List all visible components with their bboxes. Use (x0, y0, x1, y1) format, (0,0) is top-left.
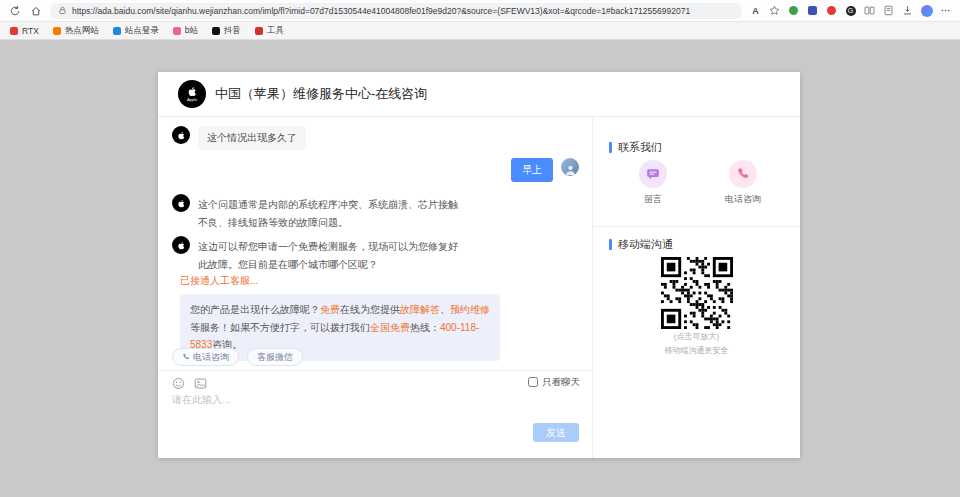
extension-icon-red[interactable] (825, 4, 838, 17)
collections-icon[interactable] (882, 4, 895, 17)
chat-widget-card: Apple 中国（苹果）维修服务中心-在线咨询 这个情况出现多久了 早上 (158, 72, 800, 458)
input-toolbar: 只看聊天 (172, 375, 580, 389)
user-message-bubble: 早上 (511, 158, 553, 182)
refresh-icon[interactable] (8, 4, 22, 18)
bookmark-hot-sites[interactable]: 热点网站 (53, 25, 99, 37)
only-chat-checkbox-input[interactable] (528, 377, 538, 387)
chat-header: Apple 中国（苹果）维修服务中心-在线咨询 (158, 72, 800, 117)
qr-code[interactable] (661, 257, 733, 329)
panel-divider (593, 226, 800, 227)
bookmark-site-login[interactable]: 站点登录 (113, 25, 159, 37)
message-bubble-icon (639, 160, 667, 188)
bookmark-tools[interactable]: 工具 (255, 25, 284, 37)
home-icon[interactable] (29, 4, 43, 18)
apple-logo-avatar: Apple (178, 80, 206, 108)
quick-reply-chips: 电话咨询 客服微信 (172, 348, 303, 366)
url-input[interactable] (72, 6, 734, 16)
bot-message: 这边可以帮您申请一个免费检测服务，现场可以为您修复好此故障。您目前是在哪个城市哪… (172, 236, 460, 273)
title-accent-bar (609, 239, 612, 250)
address-bar[interactable] (50, 3, 742, 19)
bookmark-douyin[interactable]: 抖音 (212, 25, 241, 37)
extension-icon-green[interactable] (787, 4, 800, 17)
qr-caption: (点击可放大) (674, 331, 719, 343)
more-menu-icon[interactable] (939, 4, 952, 17)
mobile-section-title: 移动端沟通 (609, 237, 673, 252)
page-title: 中国（苹果）维修服务中心-在线咨询 (215, 85, 427, 103)
chat-input[interactable] (172, 393, 562, 427)
bot-message-text: 这个问题通常是内部的系统程序冲突、系统崩溃、芯片接触不良、排线短路等致的故障问题… (198, 194, 460, 231)
bot-message-bubble: 这个情况出现多久了 (198, 126, 306, 150)
lock-icon (58, 6, 67, 15)
bookmarks-bar: RTX 热点网站 站点登录 b站 抖音 工具 (0, 22, 960, 40)
input-divider (158, 370, 592, 371)
qr-section: (点击可放大) 移动端沟通更安全 (593, 257, 800, 357)
browser-toolbar: A G (0, 0, 960, 22)
read-aloud-icon[interactable]: A (749, 4, 762, 17)
bookmark-bilibili[interactable]: b站 (173, 25, 198, 37)
phone-consult-chip[interactable]: 电话咨询 (172, 348, 239, 366)
send-button[interactable]: 发送 (533, 423, 579, 442)
leave-message-button[interactable]: 留言 (623, 160, 683, 206)
phone-consult-button[interactable]: 电话咨询 (713, 160, 773, 206)
bot-message: 这个情况出现多久了 (172, 126, 306, 150)
emoji-icon[interactable] (172, 376, 185, 389)
bot-message: 这个问题通常是内部的系统程序冲突、系统崩溃、芯片接触不良、排线短路等致的故障问题… (172, 194, 460, 231)
system-notice: 已接通人工客服... (180, 274, 500, 288)
contact-panel: 联系我们 留言 电话咨询 移动端沟通 (593, 118, 800, 458)
bot-avatar-icon (172, 236, 190, 254)
page-background: Apple 中国（苹果）维修服务中心-在线咨询 这个情况出现多久了 早上 (0, 40, 960, 497)
only-chat-checkbox[interactable]: 只看聊天 (528, 376, 580, 389)
favorites-star-icon[interactable] (768, 4, 781, 17)
extension-icon-blue[interactable] (806, 4, 819, 17)
split-screen-icon[interactable] (863, 4, 876, 17)
phone-icon (729, 160, 757, 188)
bot-message-text: 这边可以帮您申请一个免费检测服务，现场可以为您修复好此故障。您目前是在哪个城市哪… (198, 236, 460, 273)
bot-avatar-icon (172, 126, 190, 144)
image-upload-icon[interactable] (194, 376, 207, 389)
g-extension-icon[interactable]: G (844, 4, 857, 17)
profile-avatar[interactable] (920, 4, 933, 17)
user-avatar (561, 158, 579, 176)
toolbar-right-icons: A G (749, 4, 952, 17)
title-accent-bar (609, 142, 612, 153)
contact-section-title: 联系我们 (609, 140, 662, 155)
bookmark-rtx[interactable]: RTX (10, 26, 39, 36)
user-message: 早上 (511, 158, 579, 182)
wechat-service-chip[interactable]: 客服微信 (247, 348, 303, 366)
downloads-icon[interactable] (901, 4, 914, 17)
qr-caption: 移动端沟通更安全 (665, 345, 729, 357)
chat-area: 这个情况出现多久了 早上 这个问题通常是内部的系统程序冲突、系统崩溃、芯片接触不… (158, 118, 593, 458)
bot-avatar-icon (172, 194, 190, 212)
phone-icon (182, 353, 190, 361)
apple-brand-label: Apple (187, 97, 197, 102)
